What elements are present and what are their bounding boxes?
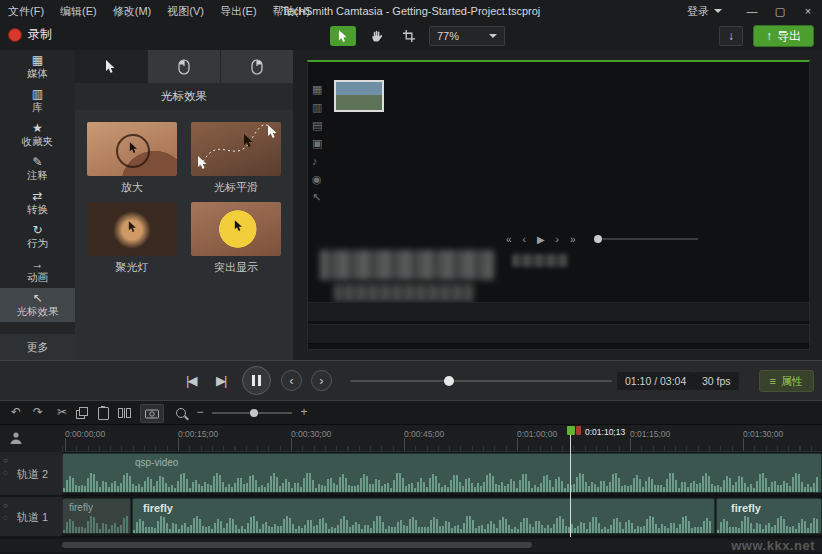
login-button[interactable]: 登录 (687, 4, 722, 19)
effect-highlight[interactable]: 突出显示 (191, 202, 281, 275)
crop-tool-button[interactable] (396, 26, 422, 46)
tab-cursor[interactable] (75, 50, 148, 83)
copy-button[interactable] (76, 407, 88, 419)
playhead-handle[interactable] (567, 426, 581, 435)
playhead-in-marker[interactable] (567, 426, 575, 435)
narration-person-icon[interactable] (9, 431, 23, 445)
sidebar-item-animations[interactable]: → 动画 (0, 254, 75, 288)
menu-file[interactable]: 文件(F) (8, 4, 44, 19)
track-lock-icon[interactable]: ◌ (3, 514, 8, 522)
effect-label: 聚光灯 (87, 260, 177, 275)
seek-handle[interactable] (444, 376, 454, 386)
transition-icon: ⇄ (32, 190, 42, 202)
ruler-lane[interactable]: 0:00:00;00 0:00:15;00 0:00:30;00 0:00:45… (62, 425, 822, 452)
recorded-toolbar-strip: ▦ ▥ ▤ ▣ ♪ ◉ ↖ (312, 84, 322, 203)
zoom-out-button[interactable]: − (194, 401, 206, 424)
screenshot-button[interactable] (140, 404, 164, 423)
clip-firefly-3[interactable]: firefly (716, 498, 822, 534)
pan-tool-button[interactable] (363, 26, 389, 46)
sidebar-item-library[interactable]: ▥ 库 (0, 84, 75, 118)
playhead-out-marker[interactable] (576, 426, 581, 435)
menu-modify[interactable]: 修改(M) (113, 4, 152, 19)
track-lock-icon[interactable]: ◌ (3, 469, 8, 477)
sidebar-item-behaviors[interactable]: ↻ 行为 (0, 220, 75, 254)
sidebar-item-more[interactable]: 更多 (0, 334, 75, 360)
titlebar-right: 登录 — ▢ × (687, 0, 822, 22)
track-lane[interactable]: firefly firefly firefly (62, 497, 822, 537)
caret-down-icon (489, 34, 497, 38)
caret-down-icon (714, 9, 722, 13)
titlebar: 文件(F) 编辑(E) 修改(M) 视图(V) 导出(E) 帮助(H) Tech… (0, 0, 822, 22)
preview-stage[interactable]: ▦ ▥ ▤ ▣ ♪ ◉ ↖ « ‹ ▶ › » (307, 60, 810, 350)
effect-thumbnail-smoothing[interactable] (191, 122, 281, 176)
sidebar-item-cursor-effects[interactable]: ↖ 光标效果 (0, 288, 75, 322)
undo-button[interactable]: ↶ (8, 401, 24, 424)
split-button[interactable] (118, 408, 131, 418)
cut-button[interactable]: ✂ (54, 401, 70, 424)
effect-thumbnail-highlight[interactable] (191, 202, 281, 256)
magnifier-icon[interactable] (176, 408, 186, 418)
clip-qsp-video[interactable]: qsp-video (62, 453, 822, 493)
import-button[interactable]: ↓ (719, 26, 743, 46)
zoom-in-button[interactable]: + (298, 401, 310, 424)
sidebar-item-label: 注释 (27, 169, 48, 183)
timeline-zoom-slider[interactable] (212, 412, 292, 414)
effect-spotlight[interactable]: 聚光灯 (87, 202, 177, 275)
forward-icon: » (570, 234, 576, 245)
paste-button[interactable] (98, 407, 109, 420)
playhead-line[interactable] (570, 434, 571, 537)
export-button[interactable]: ↑ 导出 (753, 25, 814, 47)
sidebar-item-favorites[interactable]: ★ 收藏夹 (0, 118, 75, 152)
menu-edit[interactable]: 编辑(E) (60, 4, 97, 19)
cursor-arrow-icon (338, 30, 349, 43)
effect-cursor-smoothing[interactable]: 光标平滑 (191, 122, 281, 195)
record-label: 录制 (28, 26, 52, 43)
clip-firefly-1[interactable]: firefly (62, 498, 131, 534)
track-lane[interactable]: qsp-video (62, 452, 822, 496)
recorded-icon: ▣ (312, 138, 322, 149)
properties-button[interactable]: ≡ 属性 (759, 370, 814, 392)
effect-thumbnail-magnify[interactable] (87, 122, 177, 176)
maximize-button[interactable]: ▢ (766, 0, 794, 22)
canvas-area: ▦ ▥ ▤ ▣ ♪ ◉ ↖ « ‹ ▶ › » (293, 50, 822, 360)
sidebar-item-label: 转换 (27, 203, 48, 217)
menu-view[interactable]: 视图(V) (167, 4, 204, 19)
sidebar-item-label: 动画 (27, 271, 48, 285)
tab-left-click[interactable] (148, 50, 221, 83)
effect-magnify[interactable]: 放大 (87, 122, 177, 195)
effect-thumbnail-spotlight[interactable] (87, 202, 177, 256)
menu-export[interactable]: 导出(E) (220, 4, 257, 19)
zoom-select[interactable]: 77% (429, 26, 505, 46)
cursor-arrow-icon (105, 60, 117, 74)
next-frame-button[interactable]: ▶| (216, 373, 225, 388)
track-header[interactable]: ○ ◌ 轨道 2 (0, 452, 62, 496)
cursor-tool-button[interactable] (330, 26, 356, 46)
record-button[interactable]: 录制 (8, 26, 52, 43)
tab-right-click[interactable] (221, 50, 293, 83)
track-header[interactable]: ○ ◌ 轨道 1 (0, 497, 62, 537)
cursor-arrow-icon (129, 142, 139, 154)
timeline-zoom-handle[interactable] (250, 409, 258, 417)
minimize-button[interactable]: — (738, 0, 766, 22)
export-label: 导出 (777, 28, 801, 45)
jump-back-button[interactable]: ‹ (281, 370, 302, 391)
redo-button[interactable]: ↷ (30, 401, 46, 424)
timeline-scrollbar[interactable] (0, 539, 822, 552)
track-visibility-icon[interactable]: ○ (3, 502, 8, 510)
jump-forward-button[interactable]: › (311, 370, 332, 391)
seek-slider[interactable] (350, 380, 612, 382)
pause-icon (252, 375, 255, 386)
sidebar-item-transitions[interactable]: ⇄ 转换 (0, 186, 75, 220)
sidebar-item-media[interactable]: ▦ 媒体 (0, 50, 75, 84)
track-visibility-icon[interactable]: ○ (3, 457, 8, 465)
timeline-ruler[interactable]: 0:00:00;00 0:00:15;00 0:00:30;00 0:00:45… (0, 425, 822, 452)
scrollbar-thumb[interactable] (62, 542, 532, 548)
clip-firefly-2[interactable]: firefly (132, 498, 715, 534)
download-icon: ↓ (728, 29, 734, 43)
animation-icon: → (32, 258, 44, 270)
previous-frame-button[interactable]: |◀ (186, 373, 195, 388)
effect-label: 放大 (87, 180, 177, 195)
pause-button[interactable] (242, 366, 271, 395)
sidebar-item-annotations[interactable]: ✎ 注释 (0, 152, 75, 186)
close-button[interactable]: × (794, 0, 822, 22)
